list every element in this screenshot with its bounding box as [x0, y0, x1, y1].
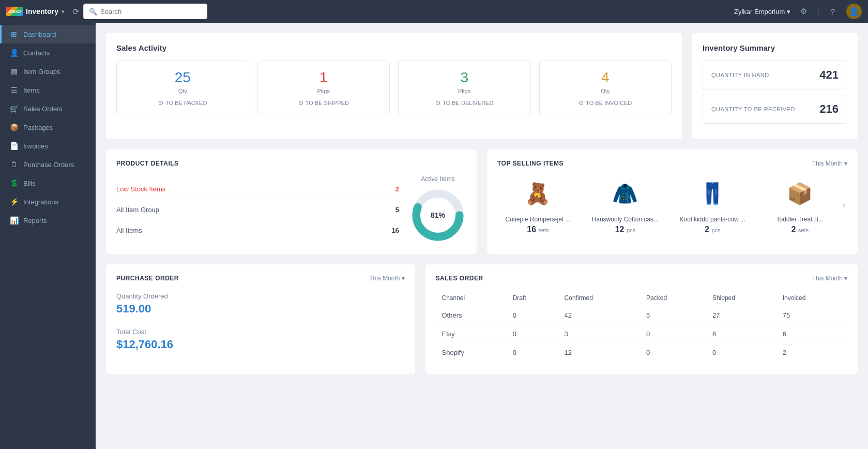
sidebar-item-item-groups[interactable]: ▤ Item Groups [0, 62, 96, 81]
sidebar-icon-reports: 📊 [10, 216, 18, 224]
table-cell: 5 [640, 306, 706, 325]
sidebar-icon-bills: 💲 [10, 179, 18, 187]
ts-item-item4[interactable]: 📦 Toddler Treat B... 2 sets [759, 175, 841, 234]
sales-activity-card: Sales Activity 25 Qty TO BE PACKED 1 Pkg… [106, 33, 682, 139]
pd-row-all-items: All Items 16 [116, 220, 399, 241]
search-icon: 🔍 [89, 8, 97, 16]
table-cell: Others [436, 306, 507, 325]
top-selling-content: 🧸 Cutiepie Rompers-jet ... 16 sets 🧥 Han… [497, 175, 847, 234]
search-input[interactable] [100, 8, 202, 16]
ts-item-name-item1: Cutiepie Rompers-jet ... [497, 216, 578, 223]
po-header: PURCHASE ORDER This Month ▾ [116, 275, 405, 282]
summary-label-qty-to-receive: QUANTITY TO BE RECEIVED [711, 106, 795, 112]
app-logo[interactable]: ZOHO Inventory ▾ [6, 7, 64, 16]
sidebar-icon-invoices: 📄 [10, 142, 18, 150]
settings-icon[interactable]: ⚙ [797, 4, 811, 19]
search-bar[interactable]: 🔍 [83, 4, 207, 19]
activity-label-to-be-delivered: TO BE DELIVERED [407, 99, 522, 107]
table-row: Others04252775 [436, 306, 848, 325]
sidebar-item-integrations[interactable]: ⚡ Integrations [0, 192, 96, 211]
sales-activity-title: Sales Activity [116, 43, 672, 52]
activity-cards: 25 Qty TO BE PACKED 1 Pkgs TO BE SHIPPED… [116, 61, 672, 115]
ts-item-name-item3: Kool kiddo pants-cow ... [672, 216, 753, 223]
sidebar-icon-items: ☰ [10, 86, 18, 94]
ts-item-item1[interactable]: 🧸 Cutiepie Rompers-jet ... 16 sets [497, 175, 578, 234]
divider: | [817, 7, 819, 16]
sidebar-item-reports[interactable]: 📊 Reports [0, 211, 96, 230]
avatar[interactable]: 👤 [846, 4, 862, 19]
po-stat-qty-ordered: Quantity Ordered 519.00 [116, 292, 405, 316]
sidebar-icon-purchase-orders: 🗒 [10, 160, 18, 169]
sidebar-label-invoices: Invoices [23, 142, 48, 150]
po-filter[interactable]: This Month ▾ [369, 275, 404, 282]
activity-card-to-be-packed[interactable]: 25 Qty TO BE PACKED [116, 61, 249, 115]
activity-unit-to-be-delivered: Pkgs [407, 88, 522, 94]
activity-number-to-be-packed: 25 [125, 69, 240, 86]
history-icon[interactable]: ⟳ [72, 7, 79, 17]
activity-number-to-be-shipped: 1 [266, 69, 382, 86]
ts-item-qty-item1: 16 sets [497, 225, 578, 234]
ts-item-item3[interactable]: 👖 Kool kiddo pants-cow ... 2 pcs [672, 175, 753, 234]
sidebar-item-packages[interactable]: 📦 Packages [0, 118, 96, 137]
zoho-logo-icon: ZOHO [6, 7, 23, 16]
sidebar-item-purchase-orders[interactable]: 🗒 Purchase Orders [0, 155, 96, 174]
table-cell: 0 [706, 343, 776, 362]
sidebar-item-contacts[interactable]: 👤 Contacts [0, 43, 96, 62]
sales-order-table: ChannelDraftConfirmedPackedShippedInvoic… [436, 290, 848, 362]
table-cell: 3 [558, 325, 640, 343]
top-selling-title: TOP SELLING ITEMS [497, 160, 564, 167]
app-dropdown-icon[interactable]: ▾ [62, 9, 64, 14]
activity-card-to-be-invoiced[interactable]: 4 Qty TO BE INVOICED [539, 61, 672, 115]
activity-unit-to-be-shipped: Pkgs [266, 88, 382, 94]
pd-row-value-item-groups: 5 [395, 206, 399, 214]
sidebar-item-sales-orders[interactable]: 🛒 Sales Orders [0, 99, 96, 118]
table-cell: 2 [776, 343, 847, 362]
pd-row-label-all-items: All Items [116, 227, 142, 234]
po-dropdown-icon: ▾ [402, 275, 405, 282]
top-selling-items: 🧸 Cutiepie Rompers-jet ... 16 sets 🧥 Han… [497, 175, 841, 234]
pd-row-low-stock[interactable]: Low Stock Items 2 [116, 179, 399, 200]
sidebar-item-dashboard[interactable]: ⊞ Dashboard [0, 25, 96, 43]
activity-number-to-be-invoiced: 4 [548, 69, 663, 86]
activity-card-to-be-shipped[interactable]: 1 Pkgs TO BE SHIPPED [257, 61, 390, 115]
dashboard-top: Sales Activity 25 Qty TO BE PACKED 1 Pkg… [106, 33, 858, 139]
purchase-order-card: PURCHASE ORDER This Month ▾ Quantity Ord… [106, 264, 415, 374]
table-cell: 6 [706, 325, 776, 343]
sidebar-item-bills[interactable]: 💲 Bills [0, 174, 96, 192]
filter-dropdown-icon: ▾ [844, 160, 847, 167]
po-stat-value-total-cost: $12,760.16 [116, 338, 405, 351]
so-header: SALES ORDER This Month ▾ [436, 275, 848, 282]
ts-item-item2[interactable]: 🧥 Hanswooly Cotton cas... 12 pcs [585, 175, 666, 234]
table-cell: 12 [558, 343, 640, 362]
pd-content: Low Stock Items 2 All Item Group 5 All I… [116, 175, 466, 244]
sales-order-card: SALES ORDER This Month ▾ ChannelDraftCon… [425, 264, 858, 374]
table-cell: 0 [640, 325, 706, 343]
summary-value-qty-to-receive: 216 [819, 102, 839, 116]
sidebar-icon-sales-orders: 🛒 [10, 104, 18, 113]
so-col-confirmed: Confirmed [558, 290, 640, 306]
sidebar-item-invoices[interactable]: 📄 Invoices [0, 137, 96, 155]
so-filter[interactable]: This Month ▾ [812, 275, 847, 282]
sidebar-label-sales-orders: Sales Orders [23, 105, 63, 113]
help-icon[interactable]: ? [826, 4, 840, 19]
table-cell: 75 [776, 306, 847, 325]
sidebar-icon-packages: 📦 [10, 123, 18, 131]
next-items-button[interactable]: › [841, 200, 847, 209]
top-selling-filter[interactable]: This Month ▾ [812, 160, 847, 167]
ts-item-image-item3: 👖 [694, 175, 730, 212]
sidebar-item-items[interactable]: ☰ Items [0, 81, 96, 99]
dashboard-bottom: PURCHASE ORDER This Month ▾ Quantity Ord… [106, 264, 858, 374]
activity-card-to-be-delivered[interactable]: 3 Pkgs TO BE DELIVERED [398, 61, 531, 115]
table-cell: 0 [640, 343, 706, 362]
dashboard-middle: PRODUCT DETAILS Low Stock Items 2 All It… [106, 149, 858, 254]
table-cell: 6 [776, 325, 847, 343]
inventory-summary-title: Inventory Summary [703, 43, 847, 52]
company-selector[interactable]: Zylkar Emporium ▾ [734, 8, 790, 16]
sidebar-label-item-groups: Item Groups [23, 68, 60, 76]
top-selling-header: TOP SELLING ITEMS This Month ▾ [497, 160, 847, 167]
table-cell: Shopify [436, 343, 507, 362]
table-row: Shopify012002 [436, 343, 848, 362]
po-stat-total-cost: Total Cost $12,760.16 [116, 328, 405, 351]
pd-stats: Low Stock Items 2 All Item Group 5 All I… [116, 179, 399, 241]
ts-item-image-item1: 🧸 [520, 175, 556, 212]
